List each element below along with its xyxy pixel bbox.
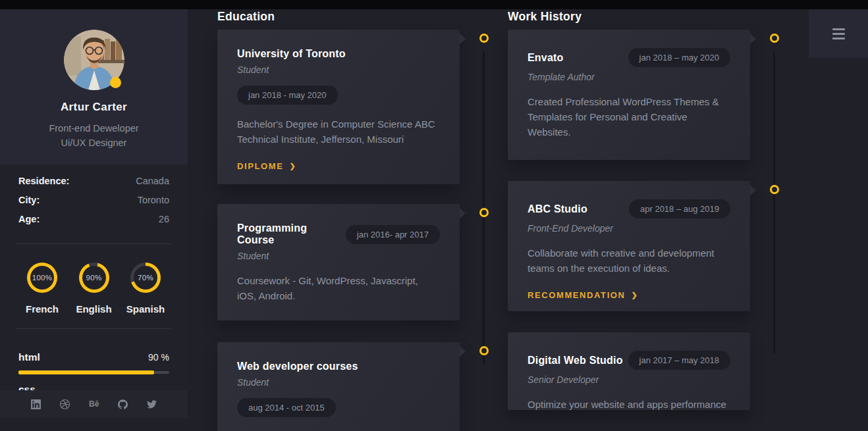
card-title: Web developer courses bbox=[237, 361, 358, 372]
menu-button[interactable] bbox=[809, 9, 868, 58]
language-label: French bbox=[17, 303, 67, 315]
timeline-dot bbox=[479, 346, 489, 355]
github-icon[interactable] bbox=[118, 399, 128, 409]
chevron-right-icon: ❯ bbox=[632, 291, 639, 299]
card-role: Front-End Developer bbox=[528, 223, 730, 234]
education-card-university: University of Toronto Student jan 2018 -… bbox=[217, 30, 460, 184]
detail-row-age: Age: 26 bbox=[18, 214, 169, 224]
detail-label: Age: bbox=[18, 214, 40, 224]
person-name: Artur Carter bbox=[0, 101, 188, 114]
dribbble-icon[interactable] bbox=[60, 399, 70, 409]
hamburger-menu-icon bbox=[832, 28, 845, 39]
education-card-webdev: Web developer courses Student aug 2014 -… bbox=[217, 342, 460, 431]
language-label: English bbox=[69, 303, 119, 315]
card-role: Student bbox=[237, 251, 440, 261]
card-title: Programming Course bbox=[237, 222, 346, 246]
timeline-dot bbox=[479, 208, 489, 217]
work-card-abc-studio: ABC Studio apr 2018 – aug 2019 Front-End… bbox=[508, 181, 750, 311]
card-role: Student bbox=[237, 377, 440, 388]
work-card-envato: Envato jan 2018 – may 2020 Template Auth… bbox=[508, 30, 750, 160]
date-badge: jan 2018 – may 2020 bbox=[628, 48, 730, 67]
language-label: Spanish bbox=[121, 303, 171, 315]
linkedin-icon[interactable] bbox=[31, 399, 41, 409]
main-content: Education University of Toronto Student … bbox=[188, 9, 868, 431]
skills-section: html 90 % css bbox=[0, 336, 188, 395]
date-badge: aug 2014 - oct 2015 bbox=[237, 398, 336, 417]
date-badge: jan 2018 - may 2020 bbox=[237, 86, 338, 105]
detail-label: City: bbox=[18, 195, 40, 205]
detail-value: Toronto bbox=[138, 195, 169, 205]
skill-bar-track bbox=[18, 371, 169, 374]
timeline-line-work bbox=[773, 51, 775, 354]
card-description: Coursework - Git, WordPress, Javascript,… bbox=[237, 273, 440, 303]
diplome-link[interactable]: DIPLOME ❯ bbox=[237, 161, 296, 171]
ring-percent: 90% bbox=[79, 263, 109, 293]
work-card-digital-web-studio: Digital Web Studio jan 2017 – may 2018 S… bbox=[508, 332, 750, 410]
divider bbox=[16, 243, 171, 244]
card-title: Digital Web Studio bbox=[528, 355, 623, 367]
card-role: Senior Developer bbox=[528, 374, 730, 385]
social-footer: Bē bbox=[0, 390, 188, 418]
detail-value: Canada bbox=[136, 176, 169, 186]
timeline-dot bbox=[770, 34, 779, 43]
work-history-section: Work History Envato jan 2018 – may 2020 … bbox=[508, 9, 750, 410]
date-badge: jan 2017 – may 2018 bbox=[628, 351, 730, 370]
profile-section: Artur Carter Front-end Deweloper Ui/UX D… bbox=[0, 9, 188, 165]
education-section: Education University of Toronto Student … bbox=[217, 9, 460, 431]
person-roles: Front-end Deweloper Ui/UX Designer bbox=[0, 121, 188, 150]
skill-value: 90 % bbox=[148, 352, 169, 363]
personal-details: Residence: Canada City: Toronto Age: 26 bbox=[0, 165, 188, 237]
profile-sidebar: Artur Carter Front-end Deweloper Ui/UX D… bbox=[0, 9, 188, 418]
date-badge: apr 2018 – aug 2019 bbox=[629, 199, 730, 218]
card-description: Created Professional WordPress Themes & … bbox=[528, 94, 730, 139]
link-label: DIPLOME bbox=[237, 161, 283, 171]
skill-label: html bbox=[18, 351, 40, 363]
role-line-1: Front-end Deweloper bbox=[0, 121, 188, 136]
card-description: Optimize your website and apps performan… bbox=[528, 397, 730, 410]
role-line-2: Ui/UX Designer bbox=[0, 136, 188, 150]
card-role: Student bbox=[237, 64, 440, 75]
top-black-bar bbox=[0, 0, 868, 9]
progress-ring-french: 100% bbox=[27, 263, 57, 293]
ring-percent: 100% bbox=[27, 263, 57, 293]
language-french: 100% French bbox=[17, 263, 67, 315]
timeline-arrow bbox=[460, 208, 466, 218]
detail-row-city: City: Toronto bbox=[18, 195, 169, 205]
progress-ring-english: 90% bbox=[79, 263, 109, 293]
timeline-arrow bbox=[750, 185, 756, 195]
card-role: Template Author bbox=[528, 72, 730, 82]
timeline-arrow bbox=[750, 34, 756, 44]
card-description: Bachelor's Degree in Computer Science AB… bbox=[237, 116, 440, 147]
divider bbox=[16, 328, 171, 329]
recommendation-link[interactable]: RECOMMENDATION ❯ bbox=[528, 290, 638, 300]
detail-row-residence: Residence: Canada bbox=[18, 176, 169, 186]
card-title: ABC Studio bbox=[528, 203, 587, 215]
link-label: RECOMMENDATION bbox=[528, 290, 626, 300]
card-title: University of Toronto bbox=[237, 48, 346, 60]
twitter-icon[interactable] bbox=[147, 399, 157, 409]
education-card-programming: Programming Course jan 2016- apr 2017 St… bbox=[217, 204, 460, 320]
timeline-arrow bbox=[460, 346, 466, 357]
ring-percent: 70% bbox=[130, 263, 161, 293]
detail-value: 26 bbox=[159, 214, 169, 224]
languages-section: 100% French 90% English 70% Spanish bbox=[0, 251, 188, 315]
language-english: 90% English bbox=[69, 263, 119, 315]
timeline-dot bbox=[770, 185, 779, 194]
skill-html: html 90 % bbox=[18, 351, 169, 363]
progress-ring-spanish: 70% bbox=[130, 263, 161, 293]
card-title: Envato bbox=[528, 52, 564, 64]
behance-icon[interactable]: Bē bbox=[89, 399, 99, 409]
work-history-title: Work History bbox=[508, 9, 750, 30]
status-dot bbox=[110, 77, 121, 88]
skill-bar-fill bbox=[18, 370, 154, 374]
timeline-arrow bbox=[460, 34, 466, 44]
avatar bbox=[64, 30, 124, 90]
timeline-dot bbox=[479, 34, 489, 43]
card-description: Collaborate with creative and developmen… bbox=[528, 245, 730, 276]
chevron-right-icon: ❯ bbox=[289, 162, 296, 170]
language-spanish: 70% Spanish bbox=[121, 263, 171, 315]
date-badge: jan 2016- apr 2017 bbox=[346, 225, 440, 244]
detail-label: Residence: bbox=[18, 176, 69, 186]
education-title: Education bbox=[217, 9, 460, 30]
